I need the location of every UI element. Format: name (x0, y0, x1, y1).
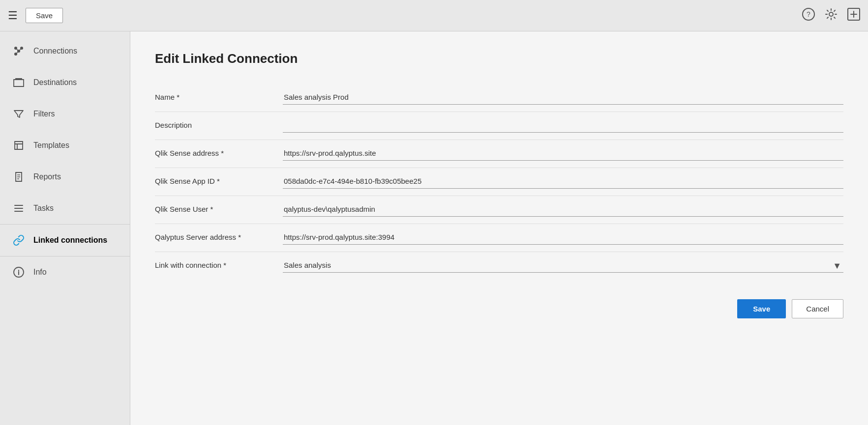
reports-icon (12, 171, 26, 183)
label-server-address: Qalyptus Server address * (155, 231, 283, 241)
sidebar-item-destinations[interactable]: Destinations (0, 67, 130, 98)
field-wrapper-qlik-app-id (283, 175, 843, 189)
sidebar-item-linked-connections[interactable]: Linked connections (0, 225, 130, 256)
templates-icon (12, 140, 26, 151)
select-wrapper-link-connection: Sales analysis ▼ (283, 259, 843, 273)
sidebar-label-templates: Templates (33, 141, 69, 150)
sidebar-item-connections[interactable]: Connections (0, 35, 130, 67)
svg-point-2 (829, 12, 833, 16)
field-wrapper-server-address (283, 231, 843, 245)
svg-line-10 (16, 51, 19, 54)
input-qlik-address[interactable] (283, 147, 843, 161)
info-icon (12, 266, 26, 278)
field-wrapper-description (283, 119, 843, 133)
label-name: Name * (155, 91, 283, 101)
label-qlik-address: Qlik Sense address * (155, 147, 283, 157)
sidebar-item-templates[interactable]: Templates (0, 130, 130, 161)
tasks-icon (12, 202, 26, 214)
destinations-icon (12, 77, 26, 88)
field-wrapper-qlik-user (283, 203, 843, 217)
field-wrapper-name (283, 91, 843, 105)
topbar-save-button[interactable]: Save (26, 8, 63, 23)
connections-icon (12, 45, 26, 57)
input-name[interactable] (283, 91, 843, 105)
svg-line-8 (16, 48, 19, 51)
sidebar-label-linked-connections: Linked connections (33, 236, 107, 245)
form-row-server-address: Qalyptus Server address * (155, 224, 843, 252)
page-title: Edit Linked Connection (155, 51, 843, 66)
form-container: Name * Description Qlik Sense address * (155, 84, 843, 280)
form-row-name: Name * (155, 84, 843, 112)
form-row-description: Description (155, 112, 843, 140)
input-qlik-app-id[interactable] (283, 175, 843, 189)
sidebar-label-info: Info (33, 268, 47, 277)
input-description[interactable] (283, 119, 843, 133)
select-link-connection[interactable]: Sales analysis (283, 259, 843, 273)
sidebar-label-connections: Connections (33, 47, 77, 56)
hamburger-icon[interactable]: ☰ (8, 10, 18, 21)
add-icon[interactable] (847, 8, 860, 24)
sidebar: Connections Destinations Filters (0, 31, 130, 425)
linked-connections-icon (12, 234, 26, 246)
input-qlik-user[interactable] (283, 203, 843, 217)
topbar-left: ☰ Save (8, 8, 63, 23)
sidebar-item-tasks[interactable]: Tasks (0, 193, 130, 224)
label-description: Description (155, 119, 283, 129)
svg-text:?: ? (807, 10, 810, 18)
form-row-qlik-address: Qlik Sense address * (155, 140, 843, 168)
label-link-connection: Link with connection * (155, 259, 283, 269)
sidebar-label-filters: Filters (33, 110, 55, 118)
label-qlik-app-id: Qlik Sense App ID * (155, 175, 283, 185)
input-server-address[interactable] (283, 231, 843, 245)
settings-icon[interactable] (825, 8, 838, 24)
topbar-right: ? (802, 8, 860, 24)
sidebar-label-tasks: Tasks (33, 204, 54, 213)
sidebar-label-destinations: Destinations (33, 78, 77, 87)
help-icon[interactable]: ? (802, 8, 815, 24)
sidebar-item-info[interactable]: Info (0, 256, 130, 288)
content-area: Edit Linked Connection Name * Descriptio… (130, 31, 868, 425)
sidebar-item-filters[interactable]: Filters (0, 98, 130, 130)
main-layout: Connections Destinations Filters (0, 31, 868, 425)
field-wrapper-link-connection: Sales analysis ▼ (283, 259, 843, 273)
field-wrapper-qlik-address (283, 147, 843, 161)
form-row-qlik-user: Qlik Sense User * (155, 196, 843, 224)
svg-line-9 (19, 48, 22, 51)
form-row-qlik-app-id: Qlik Sense App ID * (155, 168, 843, 196)
sidebar-label-reports: Reports (33, 172, 61, 181)
cancel-button[interactable]: Cancel (792, 299, 843, 318)
save-button[interactable]: Save (737, 299, 786, 318)
filters-icon (12, 108, 26, 120)
buttons-row: Save Cancel (155, 299, 843, 318)
form-row-link-connection: Link with connection * Sales analysis ▼ (155, 252, 843, 280)
topbar: ☰ Save ? (0, 0, 868, 31)
sidebar-item-reports[interactable]: Reports (0, 161, 130, 193)
label-qlik-user: Qlik Sense User * (155, 203, 283, 213)
